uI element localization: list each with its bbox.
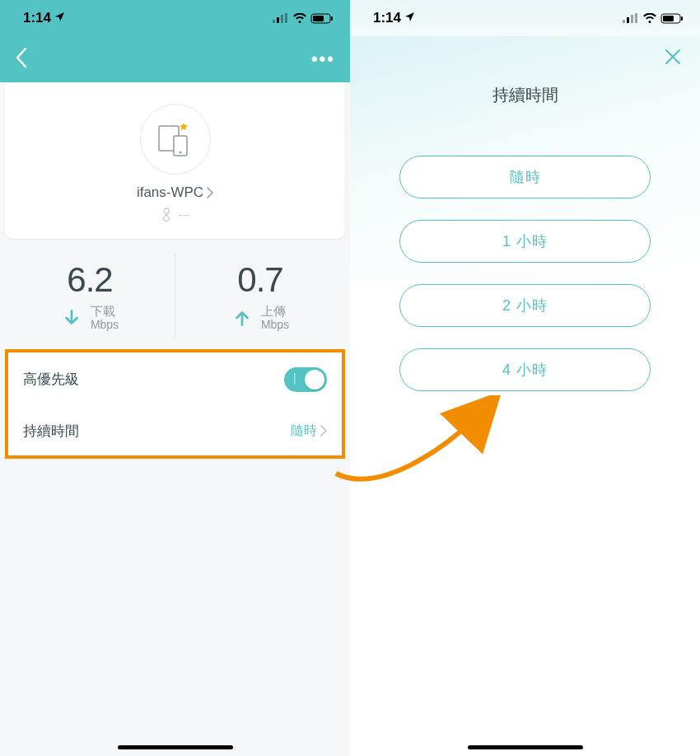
svg-rect-1 xyxy=(277,17,279,23)
duration-value: 隨時 xyxy=(291,422,317,440)
status-bar: 1:14 xyxy=(0,0,350,36)
more-button[interactable]: ••• xyxy=(311,49,335,70)
device-name-row[interactable]: ifans-WPC xyxy=(5,184,345,201)
svg-rect-0 xyxy=(273,20,275,23)
download-label: 下載 xyxy=(91,305,119,319)
option-2hours[interactable]: 2 小時 xyxy=(399,284,651,327)
screen-device-detail: 1:14 ••• ifans-WPC xyxy=(0,0,350,756)
home-indicator[interactable] xyxy=(468,745,583,749)
upload-label: 上傳 xyxy=(261,305,289,319)
close-row xyxy=(350,36,700,71)
option-1hour[interactable]: 1 小時 xyxy=(399,220,651,263)
location-icon xyxy=(54,12,65,25)
svg-rect-14 xyxy=(635,13,637,23)
device-card: ifans-WPC --- xyxy=(5,82,345,239)
signal-icon xyxy=(623,13,639,23)
download-arrow-icon xyxy=(61,307,82,329)
battery-icon xyxy=(310,13,334,24)
download-value: 6.2 xyxy=(5,260,175,300)
priority-row: 高優先級 xyxy=(8,352,342,407)
device-sub-text: --- xyxy=(179,208,190,222)
device-icon xyxy=(140,104,211,175)
svg-rect-17 xyxy=(681,16,683,21)
download-unit: Mbps xyxy=(91,319,119,331)
status-icons xyxy=(623,13,684,24)
duration-row[interactable]: 持續時間 隨時 xyxy=(8,407,342,455)
download-col: 6.2 下載 Mbps xyxy=(5,254,175,338)
battery-icon xyxy=(660,13,684,24)
device-sub: --- xyxy=(5,208,345,222)
settings-highlight-box: 高優先級 持續時間 隨時 xyxy=(5,349,345,459)
speed-section: 6.2 下載 Mbps 0.7 上傳 Mbps xyxy=(5,254,345,338)
close-button[interactable] xyxy=(664,48,682,71)
upload-arrow-icon xyxy=(231,307,253,329)
priority-label: 高優先級 xyxy=(23,370,79,389)
status-time: 1:14 xyxy=(373,10,415,26)
upload-unit: Mbps xyxy=(261,319,289,331)
clock-text: 1:14 xyxy=(23,10,51,26)
back-button[interactable] xyxy=(15,47,28,72)
chevron-right-icon xyxy=(320,422,327,441)
upload-col: 0.7 上傳 Mbps xyxy=(175,254,345,338)
option-anytime[interactable]: 隨時 xyxy=(399,156,651,198)
status-icons xyxy=(273,13,334,24)
svg-rect-6 xyxy=(331,16,333,21)
device-name: ifans-WPC xyxy=(137,184,203,201)
home-indicator[interactable] xyxy=(118,745,233,749)
wifi-icon xyxy=(642,13,657,24)
status-time: 1:14 xyxy=(23,10,65,26)
svg-point-9 xyxy=(179,152,181,154)
page-title: 持續時間 xyxy=(350,84,700,106)
svg-rect-12 xyxy=(627,17,629,23)
status-bar: 1:14 xyxy=(350,0,700,36)
chevron-right-icon xyxy=(207,187,213,198)
svg-rect-2 xyxy=(281,15,283,23)
duration-label: 持續時間 xyxy=(23,422,79,441)
location-icon xyxy=(404,12,415,25)
svg-point-10 xyxy=(164,208,169,213)
header-bar: ••• xyxy=(0,36,350,82)
person-icon xyxy=(161,208,172,222)
screen-duration-picker: 1:14 持續時間 隨時 1 小時 2 小時 4 小時 xyxy=(350,0,700,756)
svg-rect-11 xyxy=(623,20,625,23)
signal-icon xyxy=(273,13,289,23)
duration-options: 隨時 1 小時 2 小時 4 小時 xyxy=(350,156,700,391)
option-4hours[interactable]: 4 小時 xyxy=(399,348,651,391)
svg-rect-5 xyxy=(313,16,324,21)
clock-text: 1:14 xyxy=(373,10,401,26)
wifi-icon xyxy=(292,13,307,24)
priority-toggle[interactable] xyxy=(284,367,327,392)
svg-rect-13 xyxy=(631,15,633,23)
upload-value: 0.7 xyxy=(175,260,345,300)
svg-rect-3 xyxy=(285,13,287,23)
svg-rect-16 xyxy=(663,16,674,21)
